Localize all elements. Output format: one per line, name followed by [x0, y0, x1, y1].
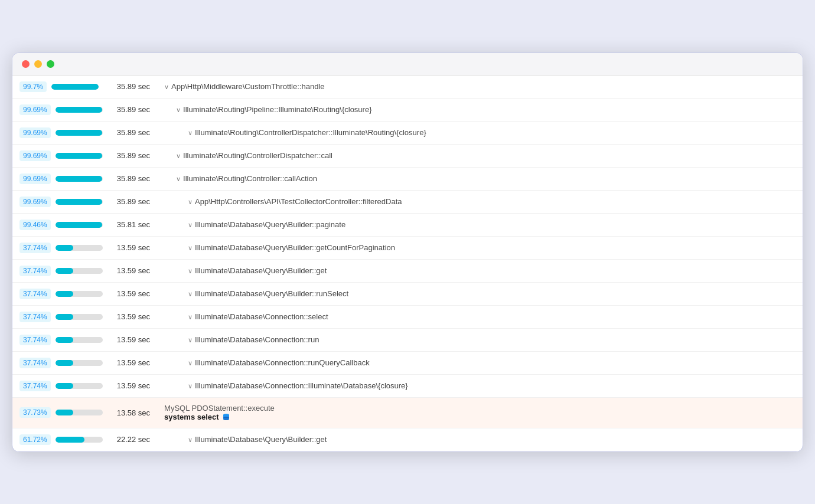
profiler-table: 99.7%35.89 sec∨ App\Http\Middleware\Cust…	[12, 76, 803, 451]
table-row[interactable]: 99.46%35.81 sec∨ Illuminate\Database\Que…	[12, 213, 803, 236]
chevron-icon[interactable]: ∨	[188, 359, 193, 367]
percent-cell: 37.74%	[12, 305, 110, 328]
bar-track	[51, 84, 99, 90]
bar-track	[56, 245, 103, 251]
table-row[interactable]: 99.69%35.89 sec∨ Illuminate\Routing\Cont…	[12, 121, 803, 144]
table-row[interactable]: 99.7%35.89 sec∨ App\Http\Middleware\Cust…	[12, 76, 803, 99]
percent-badge: 37.74%	[19, 266, 51, 276]
chevron-icon[interactable]: ∨	[188, 129, 193, 137]
chevron-icon[interactable]: ∨	[188, 221, 193, 229]
chevron-icon[interactable]: ∨	[188, 290, 193, 298]
call-name-cell: ∨ Illuminate\Database\Connection::run	[157, 328, 803, 351]
time-cell: 35.89 sec	[110, 167, 157, 190]
chevron-icon[interactable]: ∨	[188, 244, 193, 252]
call-name-text: App\Http\Middleware\CustomThrottle::hand…	[171, 82, 324, 91]
call-name-cell: ∨ Illuminate\Database\Query\Builder::pag…	[157, 213, 803, 236]
percent-cell: 37.74%	[12, 282, 110, 305]
bar-fill	[56, 199, 103, 205]
call-name-text: Illuminate\Routing\ControllerDispatcher:…	[195, 128, 426, 137]
bar-track	[56, 176, 103, 182]
time-cell: 13.58 sec	[110, 397, 157, 428]
bar-track	[56, 383, 103, 389]
bar-track	[56, 410, 103, 415]
bar-fill	[56, 383, 73, 389]
database-icon	[221, 413, 231, 422]
bar-track	[56, 291, 103, 297]
chevron-icon[interactable]: ∨	[188, 382, 193, 390]
percent-cell: 99.7%	[12, 76, 110, 99]
call-name-cell: ∨ Illuminate\Routing\Pipeline::Illuminat…	[157, 98, 803, 121]
bar-fill	[56, 268, 73, 274]
maximize-button[interactable]	[47, 60, 54, 68]
percent-cell: 37.74%	[12, 236, 110, 259]
chevron-icon[interactable]: ∨	[164, 83, 169, 91]
chevron-icon[interactable]: ∨	[176, 175, 181, 183]
call-name-text: Illuminate\Database\Query\Builder::getCo…	[195, 243, 395, 252]
call-name-cell: ∨ Illuminate\Routing\ControllerDispatche…	[157, 121, 803, 144]
svg-point-4	[223, 418, 229, 420]
percent-cell: 37.74%	[12, 259, 110, 282]
pdo-statement-label: MySQL PDOStatement::execute	[164, 404, 796, 413]
chevron-icon[interactable]: ∨	[188, 313, 193, 321]
table-row[interactable]: 37.74%13.59 sec∨ Illuminate\Database\Que…	[12, 259, 803, 282]
percent-badge: 99.69%	[19, 174, 51, 184]
chevron-icon[interactable]: ∨	[176, 152, 181, 160]
table-row[interactable]: 99.69%35.89 sec∨ Illuminate\Routing\Cont…	[12, 144, 803, 167]
bar-fill	[56, 176, 103, 182]
time-cell: 35.89 sec	[110, 121, 157, 144]
time-cell: 13.59 sec	[110, 259, 157, 282]
chevron-icon[interactable]: ∨	[188, 198, 193, 206]
time-cell: 13.59 sec	[110, 282, 157, 305]
table-row[interactable]: 37.74%13.59 sec∨ Illuminate\Database\Con…	[12, 328, 803, 351]
percent-cell: 99.69%	[12, 190, 110, 213]
bar-fill	[51, 84, 99, 90]
app-window: 99.7%35.89 sec∨ App\Http\Middleware\Cust…	[12, 53, 803, 452]
call-name-text: Illuminate\Routing\ControllerDispatcher:…	[183, 151, 332, 160]
percent-cell: 37.74%	[12, 328, 110, 351]
table-row[interactable]: 37.74%13.59 sec∨ Illuminate\Database\Con…	[12, 374, 803, 397]
bar-fill	[56, 291, 73, 297]
percent-badge: 37.74%	[19, 312, 51, 322]
table-row[interactable]: 37.74%13.59 sec∨ Illuminate\Database\Con…	[12, 305, 803, 328]
chevron-icon[interactable]: ∨	[188, 436, 193, 444]
time-cell: 13.59 sec	[110, 351, 157, 374]
chevron-icon[interactable]: ∨	[188, 267, 193, 275]
call-name-cell: ∨ App\Http\Middleware\CustomThrottle::ha…	[157, 76, 803, 99]
bar-fill	[56, 314, 73, 320]
time-cell: 35.89 sec	[110, 98, 157, 121]
close-button[interactable]	[22, 60, 30, 68]
minimize-button[interactable]	[34, 60, 42, 68]
call-name-text: Illuminate\Database\Query\Builder::runSe…	[195, 289, 348, 298]
call-name-text: Illuminate\Database\Connection::runQuery…	[195, 358, 370, 367]
bar-fill	[56, 130, 103, 136]
bar-fill	[56, 245, 73, 251]
systems-select-line: systems select	[164, 413, 796, 422]
table-row[interactable]: 99.69%35.89 sec∨ Illuminate\Routing\Cont…	[12, 167, 803, 190]
chevron-icon[interactable]: ∨	[176, 106, 181, 114]
bar-fill	[56, 410, 73, 415]
percent-badge: 99.69%	[19, 104, 51, 115]
percent-cell: 61.72%	[12, 428, 110, 451]
table-row[interactable]: 61.72%22.22 sec∨ Illuminate\Database\Que…	[12, 428, 803, 451]
bar-track	[56, 222, 103, 228]
table-row[interactable]: 37.74%13.59 sec∨ Illuminate\Database\Que…	[12, 282, 803, 305]
percent-badge: 99.69%	[19, 150, 51, 161]
table-row[interactable]: 37.74%13.59 sec∨ Illuminate\Database\Con…	[12, 351, 803, 374]
percent-badge: 61.72%	[19, 434, 51, 445]
time-cell: 35.89 sec	[110, 144, 157, 167]
table-row[interactable]: 99.69%35.89 sec∨ App\Http\Controllers\AP…	[12, 190, 803, 213]
table-row[interactable]: 37.73%13.58 secMySQL PDOStatement::execu…	[12, 397, 803, 428]
table-row[interactable]: 37.74%13.59 sec∨ Illuminate\Database\Que…	[12, 236, 803, 259]
time-cell: 35.81 sec	[110, 213, 157, 236]
chevron-icon[interactable]: ∨	[188, 336, 193, 344]
table-row[interactable]: 99.69%35.89 sec∨ Illuminate\Routing\Pipe…	[12, 98, 803, 121]
call-name-text: Illuminate\Database\Connection::select	[195, 312, 328, 321]
percent-badge: 99.46%	[19, 220, 51, 230]
call-name-cell: ∨ Illuminate\Routing\ControllerDispatche…	[157, 144, 803, 167]
bar-track	[56, 360, 103, 366]
main-content: 99.7%35.89 sec∨ App\Http\Middleware\Cust…	[12, 76, 803, 451]
bar-fill	[56, 222, 103, 228]
time-cell: 13.59 sec	[110, 374, 157, 397]
titlebar	[12, 53, 803, 76]
percent-badge: 99.69%	[19, 127, 51, 138]
